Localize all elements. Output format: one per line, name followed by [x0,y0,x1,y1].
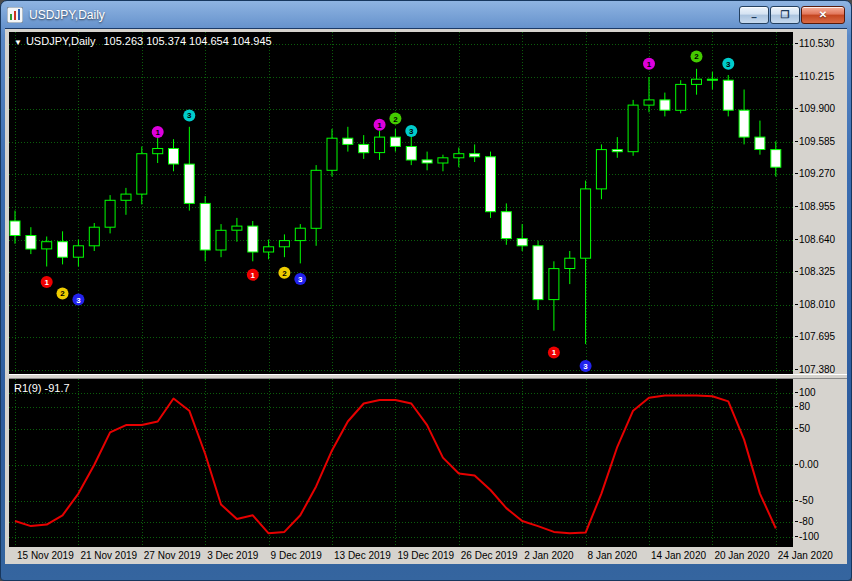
minimize-icon: – [751,13,757,23]
candle-body [581,189,591,258]
candle-body [248,226,258,252]
window-titlebar[interactable]: USDJPY,Daily – ❐ ✕ [1,1,851,28]
candle-body [137,154,147,194]
maximize-button[interactable]: ❐ [770,6,800,24]
signal-marker-number: 2 [694,52,699,61]
chart-icon [7,7,23,23]
candle-body [153,149,163,154]
candle-body [454,154,464,158]
mt4-chart-window: USDJPY,Daily – ❐ ✕ ▼USDJPY,Daily105.263 … [0,0,852,581]
indicator-axis-label: 100 [799,387,816,399]
time-axis[interactable]: 15 Nov 201921 Nov 201927 Nov 20193 Dec 2… [9,547,847,564]
candle-body [42,242,52,249]
time-axis-label: 2 Jan 2020 [524,550,574,562]
price-axis-label: 110.215 [799,71,834,83]
candle-body [739,110,749,137]
candle-body [723,80,733,110]
candle-body [565,258,575,268]
candle-body [517,239,527,246]
candle-body [692,79,702,84]
candle-body [311,170,321,228]
time-axis-label: 15 Nov 2019 [17,550,74,562]
signal-marker-number: 2 [282,269,287,278]
candle-body [200,203,210,250]
indicator-axis-label: -100 [799,531,819,543]
signal-marker-number: 1 [552,348,557,357]
signal-marker-number: 1 [155,128,160,137]
candle-body [279,241,289,247]
minimize-button[interactable]: – [739,6,769,24]
candle-body [486,157,496,212]
signal-marker-number: 3 [76,296,81,305]
time-axis-label: 27 Nov 2019 [144,550,201,562]
signal-marker-number: 1 [44,278,49,287]
price-axis-label: 109.585 [799,136,835,148]
time-axis-label: 24 Jan 2020 [778,550,833,562]
price-axis-label: 108.325 [799,266,835,278]
candle-body [10,221,20,236]
price-axis-label: 108.955 [799,201,835,213]
indicator-svg[interactable] [9,379,793,547]
candle-body [121,194,131,200]
chart-header-ohlc: 105.263 105.374 104.654 104.945 [103,35,271,47]
candle-body [232,226,242,230]
indicator-axis-label: 50 [799,423,810,435]
close-button[interactable]: ✕ [801,6,845,24]
candle-body [184,164,194,203]
time-axis-label: 14 Jan 2020 [651,550,706,562]
price-axis-label: 109.900 [799,103,835,115]
main-chart-svg[interactable]: 1231312312313123 [9,32,793,374]
candle-body [169,149,179,165]
candle-body [628,105,638,152]
price-axis[interactable]: 110.530110.215109.900109.585109.270108.9… [794,32,847,374]
candle-body [771,150,781,168]
signal-marker-number: 1 [647,60,652,69]
signal-marker-number: 3 [409,127,414,136]
candle-body [327,138,337,170]
indicator-axis-label: 0.00 [799,459,818,471]
signal-marker-number: 3 [298,275,303,284]
price-axis-label: 110.530 [799,38,834,50]
candle-body [755,137,765,149]
candle-body [612,150,622,152]
main-chart-panel[interactable]: ▼USDJPY,Daily105.263 105.374 104.654 104… [9,32,793,374]
indicator-axis-label: -50 [799,495,813,507]
indicator-axis-label: 80 [799,401,810,413]
candle-body [438,158,448,163]
candle-body [295,228,305,240]
candle-body [549,269,559,300]
indicator-line [15,396,776,534]
time-axis-label: 20 Jan 2020 [714,550,769,562]
chart-client-area: ▼USDJPY,Daily105.263 105.374 104.654 104… [5,28,847,564]
candle-body [73,246,83,257]
time-axis-label: 8 Jan 2020 [588,550,638,562]
signal-marker-number: 2 [393,115,398,124]
signal-marker-number: 3 [187,111,192,120]
signal-marker-number: 3 [726,60,731,69]
window-controls: – ❐ ✕ [739,6,845,24]
time-axis-label: 21 Nov 2019 [80,550,137,562]
candle-body [359,144,369,152]
candle-body [375,137,385,153]
candle-body [343,138,353,144]
chart-header: ▼USDJPY,Daily105.263 105.374 104.654 104… [14,35,272,47]
candle-body [707,79,717,80]
indicator-axis-label: -80 [799,516,813,528]
signal-marker-number: 1 [377,121,382,130]
candle-body [644,100,654,105]
candle-body [105,200,115,227]
candle-body [216,230,226,250]
time-axis-label: 9 Dec 2019 [271,550,322,562]
chart-dropdown-icon[interactable]: ▼ [14,38,22,47]
candle-body [89,227,99,246]
time-axis-label: 19 Dec 2019 [397,550,454,562]
candle-body [26,236,36,250]
price-axis-label: 108.010 [799,299,835,311]
time-axis-label: 26 Dec 2019 [461,550,518,562]
candle-body [501,212,511,239]
price-axis-label: 109.270 [799,168,835,180]
indicator-panel[interactable]: R1(9) -91.7 [9,379,793,547]
signal-marker-number: 3 [583,362,588,371]
indicator-axis[interactable]: 10080500.00-50-80-100 [794,379,847,547]
time-axis-label: 3 Dec 2019 [207,550,258,562]
